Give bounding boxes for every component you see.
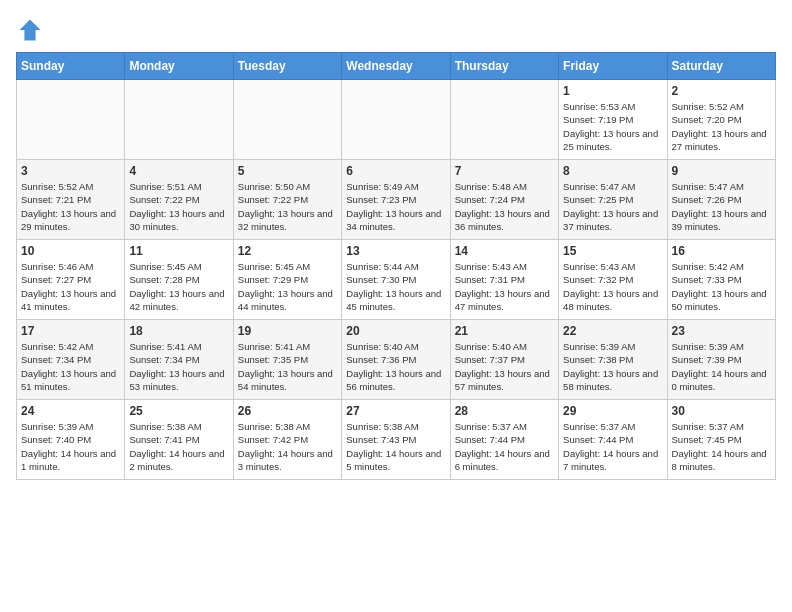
day-info: Sunrise: 5:39 AMSunset: 7:38 PMDaylight:… <box>563 340 662 393</box>
day-info: Sunrise: 5:40 AMSunset: 7:36 PMDaylight:… <box>346 340 445 393</box>
calendar-cell: 4Sunrise: 5:51 AMSunset: 7:22 PMDaylight… <box>125 160 233 240</box>
day-number: 14 <box>455 244 554 258</box>
calendar-cell: 2Sunrise: 5:52 AMSunset: 7:20 PMDaylight… <box>667 80 775 160</box>
day-info: Sunrise: 5:38 AMSunset: 7:43 PMDaylight:… <box>346 420 445 473</box>
calendar-week-3: 10Sunrise: 5:46 AMSunset: 7:27 PMDayligh… <box>17 240 776 320</box>
calendar-cell: 29Sunrise: 5:37 AMSunset: 7:44 PMDayligh… <box>559 400 667 480</box>
day-info: Sunrise: 5:41 AMSunset: 7:35 PMDaylight:… <box>238 340 337 393</box>
day-number: 10 <box>21 244 120 258</box>
day-number: 22 <box>563 324 662 338</box>
day-number: 25 <box>129 404 228 418</box>
day-info: Sunrise: 5:52 AMSunset: 7:20 PMDaylight:… <box>672 100 771 153</box>
day-number: 12 <box>238 244 337 258</box>
day-info: Sunrise: 5:49 AMSunset: 7:23 PMDaylight:… <box>346 180 445 233</box>
day-number: 26 <box>238 404 337 418</box>
calendar-header-row: SundayMondayTuesdayWednesdayThursdayFrid… <box>17 53 776 80</box>
calendar-cell: 8Sunrise: 5:47 AMSunset: 7:25 PMDaylight… <box>559 160 667 240</box>
page-header <box>16 16 776 44</box>
day-number: 19 <box>238 324 337 338</box>
logo <box>16 16 48 44</box>
calendar-cell: 12Sunrise: 5:45 AMSunset: 7:29 PMDayligh… <box>233 240 341 320</box>
calendar-cell: 1Sunrise: 5:53 AMSunset: 7:19 PMDaylight… <box>559 80 667 160</box>
day-number: 2 <box>672 84 771 98</box>
day-info: Sunrise: 5:53 AMSunset: 7:19 PMDaylight:… <box>563 100 662 153</box>
day-info: Sunrise: 5:45 AMSunset: 7:28 PMDaylight:… <box>129 260 228 313</box>
day-number: 1 <box>563 84 662 98</box>
day-info: Sunrise: 5:52 AMSunset: 7:21 PMDaylight:… <box>21 180 120 233</box>
day-info: Sunrise: 5:47 AMSunset: 7:26 PMDaylight:… <box>672 180 771 233</box>
day-info: Sunrise: 5:43 AMSunset: 7:32 PMDaylight:… <box>563 260 662 313</box>
calendar: SundayMondayTuesdayWednesdayThursdayFrid… <box>16 52 776 480</box>
calendar-cell: 10Sunrise: 5:46 AMSunset: 7:27 PMDayligh… <box>17 240 125 320</box>
day-header-saturday: Saturday <box>667 53 775 80</box>
calendar-cell: 15Sunrise: 5:43 AMSunset: 7:32 PMDayligh… <box>559 240 667 320</box>
day-info: Sunrise: 5:50 AMSunset: 7:22 PMDaylight:… <box>238 180 337 233</box>
calendar-cell <box>233 80 341 160</box>
day-number: 20 <box>346 324 445 338</box>
day-info: Sunrise: 5:43 AMSunset: 7:31 PMDaylight:… <box>455 260 554 313</box>
day-header-wednesday: Wednesday <box>342 53 450 80</box>
day-number: 4 <box>129 164 228 178</box>
day-info: Sunrise: 5:45 AMSunset: 7:29 PMDaylight:… <box>238 260 337 313</box>
calendar-cell: 9Sunrise: 5:47 AMSunset: 7:26 PMDaylight… <box>667 160 775 240</box>
calendar-cell: 25Sunrise: 5:38 AMSunset: 7:41 PMDayligh… <box>125 400 233 480</box>
day-info: Sunrise: 5:41 AMSunset: 7:34 PMDaylight:… <box>129 340 228 393</box>
calendar-cell: 24Sunrise: 5:39 AMSunset: 7:40 PMDayligh… <box>17 400 125 480</box>
day-number: 6 <box>346 164 445 178</box>
day-number: 18 <box>129 324 228 338</box>
day-header-thursday: Thursday <box>450 53 558 80</box>
day-info: Sunrise: 5:38 AMSunset: 7:42 PMDaylight:… <box>238 420 337 473</box>
day-info: Sunrise: 5:39 AMSunset: 7:40 PMDaylight:… <box>21 420 120 473</box>
day-number: 5 <box>238 164 337 178</box>
day-number: 11 <box>129 244 228 258</box>
logo-icon <box>16 16 44 44</box>
day-number: 17 <box>21 324 120 338</box>
day-number: 24 <box>21 404 120 418</box>
calendar-cell: 13Sunrise: 5:44 AMSunset: 7:30 PMDayligh… <box>342 240 450 320</box>
day-header-tuesday: Tuesday <box>233 53 341 80</box>
calendar-cell: 30Sunrise: 5:37 AMSunset: 7:45 PMDayligh… <box>667 400 775 480</box>
day-info: Sunrise: 5:40 AMSunset: 7:37 PMDaylight:… <box>455 340 554 393</box>
day-info: Sunrise: 5:42 AMSunset: 7:33 PMDaylight:… <box>672 260 771 313</box>
calendar-cell: 21Sunrise: 5:40 AMSunset: 7:37 PMDayligh… <box>450 320 558 400</box>
day-info: Sunrise: 5:39 AMSunset: 7:39 PMDaylight:… <box>672 340 771 393</box>
calendar-cell: 18Sunrise: 5:41 AMSunset: 7:34 PMDayligh… <box>125 320 233 400</box>
day-number: 15 <box>563 244 662 258</box>
day-number: 30 <box>672 404 771 418</box>
day-info: Sunrise: 5:42 AMSunset: 7:34 PMDaylight:… <box>21 340 120 393</box>
day-info: Sunrise: 5:44 AMSunset: 7:30 PMDaylight:… <box>346 260 445 313</box>
day-number: 29 <box>563 404 662 418</box>
calendar-cell: 22Sunrise: 5:39 AMSunset: 7:38 PMDayligh… <box>559 320 667 400</box>
calendar-week-5: 24Sunrise: 5:39 AMSunset: 7:40 PMDayligh… <box>17 400 776 480</box>
day-number: 13 <box>346 244 445 258</box>
calendar-cell: 6Sunrise: 5:49 AMSunset: 7:23 PMDaylight… <box>342 160 450 240</box>
day-info: Sunrise: 5:51 AMSunset: 7:22 PMDaylight:… <box>129 180 228 233</box>
day-info: Sunrise: 5:38 AMSunset: 7:41 PMDaylight:… <box>129 420 228 473</box>
calendar-cell: 5Sunrise: 5:50 AMSunset: 7:22 PMDaylight… <box>233 160 341 240</box>
day-number: 8 <box>563 164 662 178</box>
day-header-sunday: Sunday <box>17 53 125 80</box>
calendar-cell: 7Sunrise: 5:48 AMSunset: 7:24 PMDaylight… <box>450 160 558 240</box>
calendar-cell: 11Sunrise: 5:45 AMSunset: 7:28 PMDayligh… <box>125 240 233 320</box>
day-info: Sunrise: 5:37 AMSunset: 7:44 PMDaylight:… <box>455 420 554 473</box>
calendar-cell: 27Sunrise: 5:38 AMSunset: 7:43 PMDayligh… <box>342 400 450 480</box>
calendar-cell: 3Sunrise: 5:52 AMSunset: 7:21 PMDaylight… <box>17 160 125 240</box>
day-number: 3 <box>21 164 120 178</box>
calendar-cell <box>342 80 450 160</box>
calendar-cell: 17Sunrise: 5:42 AMSunset: 7:34 PMDayligh… <box>17 320 125 400</box>
day-number: 16 <box>672 244 771 258</box>
calendar-cell <box>450 80 558 160</box>
day-number: 7 <box>455 164 554 178</box>
day-info: Sunrise: 5:37 AMSunset: 7:45 PMDaylight:… <box>672 420 771 473</box>
day-info: Sunrise: 5:37 AMSunset: 7:44 PMDaylight:… <box>563 420 662 473</box>
calendar-cell: 14Sunrise: 5:43 AMSunset: 7:31 PMDayligh… <box>450 240 558 320</box>
calendar-cell <box>125 80 233 160</box>
calendar-cell: 16Sunrise: 5:42 AMSunset: 7:33 PMDayligh… <box>667 240 775 320</box>
day-number: 23 <box>672 324 771 338</box>
calendar-cell: 19Sunrise: 5:41 AMSunset: 7:35 PMDayligh… <box>233 320 341 400</box>
day-info: Sunrise: 5:46 AMSunset: 7:27 PMDaylight:… <box>21 260 120 313</box>
day-number: 21 <box>455 324 554 338</box>
calendar-week-4: 17Sunrise: 5:42 AMSunset: 7:34 PMDayligh… <box>17 320 776 400</box>
calendar-cell: 26Sunrise: 5:38 AMSunset: 7:42 PMDayligh… <box>233 400 341 480</box>
calendar-cell <box>17 80 125 160</box>
